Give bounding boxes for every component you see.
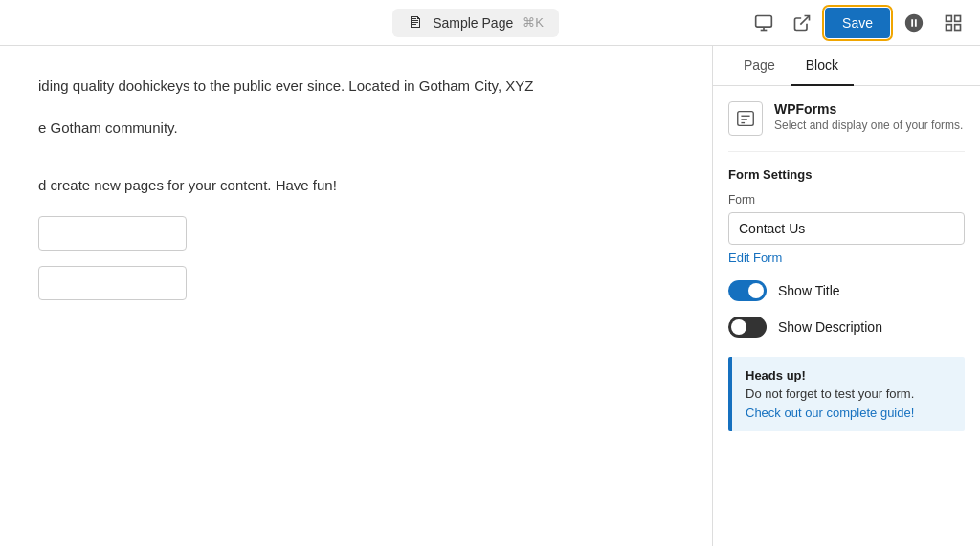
form-label: Form xyxy=(728,193,965,207)
editor-text-2: e Gotham community. xyxy=(38,117,674,140)
form-settings-section: Form Settings Form Contact Us Edit Form … xyxy=(728,167,965,338)
main-content: iding quality doohickeys to the public e… xyxy=(0,46,980,546)
keyboard-shortcut: ⌘K xyxy=(523,15,544,30)
wpforms-icon xyxy=(728,101,763,136)
wpforms-description: Select and display one of your forms. xyxy=(774,119,963,132)
svg-rect-5 xyxy=(955,15,961,21)
show-title-row: Show Title xyxy=(728,280,965,301)
page-title: Sample Page xyxy=(433,15,513,31)
show-description-row: Show Description xyxy=(728,317,965,338)
heads-up-title: Heads up! xyxy=(746,368,951,382)
save-button[interactable]: Save xyxy=(825,8,890,38)
heads-up-description: Do not forget to test your form. xyxy=(746,386,951,401)
external-link-button[interactable] xyxy=(787,8,817,38)
monitor-button[interactable] xyxy=(748,8,779,38)
astra-button[interactable] xyxy=(898,7,930,39)
document-icon: 🖹 xyxy=(408,14,423,32)
svg-rect-7 xyxy=(955,24,961,30)
form-field-1[interactable] xyxy=(38,216,187,251)
editor-text-3: d create new pages for your content. Hav… xyxy=(38,174,674,197)
svg-rect-4 xyxy=(947,15,952,21)
show-description-label: Show Description xyxy=(778,319,882,335)
svg-rect-0 xyxy=(756,15,772,27)
top-bar-actions: Save xyxy=(748,7,969,39)
wpforms-block: WPForms Select and display one of your f… xyxy=(728,101,965,152)
wpforms-info: WPForms Select and display one of your f… xyxy=(774,101,963,132)
svg-rect-6 xyxy=(947,24,952,30)
wpforms-title: WPForms xyxy=(774,101,963,117)
editor-text-1: iding quality doohickeys to the public e… xyxy=(38,75,674,98)
top-bar: 🖹 Sample Page ⌘K Save xyxy=(0,0,980,46)
form-field-2[interactable] xyxy=(38,266,187,300)
tab-page[interactable]: Page xyxy=(728,46,791,86)
sidebar: Page Block WPForms Select and display on… xyxy=(712,46,980,546)
heads-up-link[interactable]: Check out our complete guide! xyxy=(746,405,914,420)
sidebar-content: WPForms Select and display one of your f… xyxy=(713,86,980,546)
heads-up-box: Heads up! Do not forget to test your for… xyxy=(728,357,965,431)
tab-block[interactable]: Block xyxy=(791,46,854,86)
edit-form-link[interactable]: Edit Form xyxy=(728,251,965,265)
show-title-toggle[interactable] xyxy=(728,280,767,301)
editor-area: iding quality doohickeys to the public e… xyxy=(0,46,712,546)
form-select[interactable]: Contact Us xyxy=(728,212,965,245)
svg-line-3 xyxy=(800,15,809,24)
block-view-button[interactable] xyxy=(938,8,969,38)
form-settings-title: Form Settings xyxy=(728,167,965,182)
svg-rect-8 xyxy=(738,112,754,126)
sidebar-tabs: Page Block xyxy=(713,46,980,86)
show-title-label: Show Title xyxy=(778,283,840,298)
show-description-toggle[interactable] xyxy=(728,317,767,338)
page-title-bar[interactable]: 🖹 Sample Page ⌘K xyxy=(392,9,559,37)
